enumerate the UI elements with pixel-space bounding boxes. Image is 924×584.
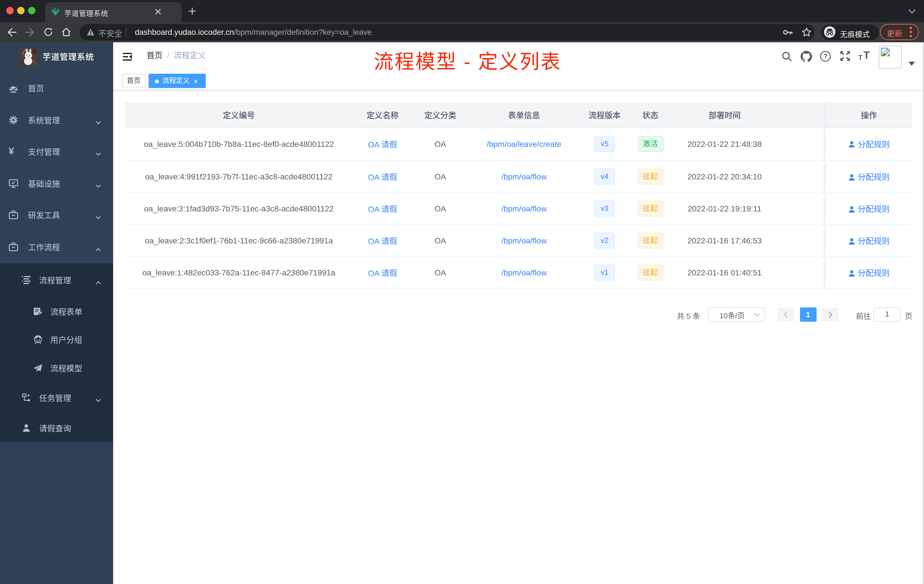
- svg-text:?: ?: [823, 53, 827, 60]
